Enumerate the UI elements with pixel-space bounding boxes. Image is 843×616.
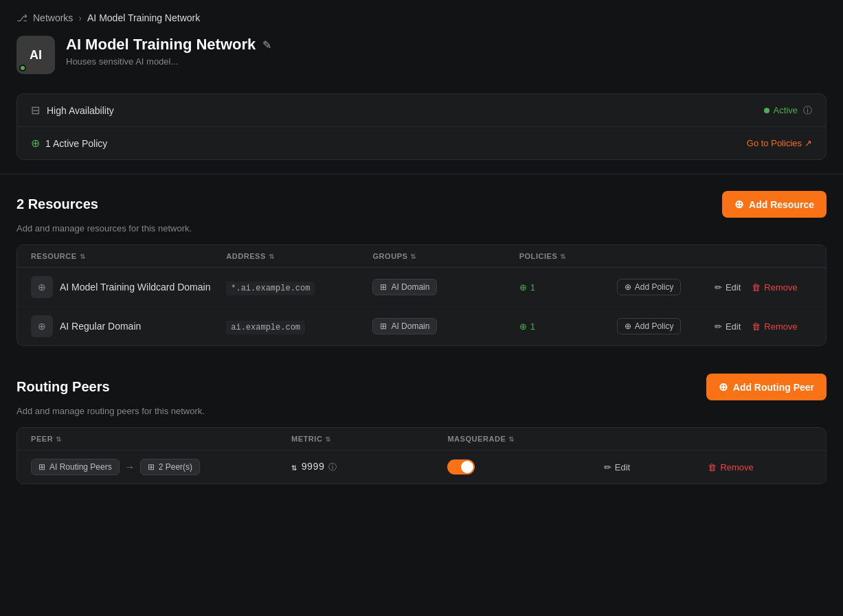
metric-cell-1: ⇅ 9999 ⓘ: [291, 461, 447, 473]
routing-peers-description: Add and manage routing peers for this ne…: [0, 406, 843, 427]
policies-col-header: Policies ⇅: [519, 252, 617, 260]
add-resource-button[interactable]: ⊕ Add Resource: [722, 191, 827, 218]
server-icon: ⊟: [31, 104, 40, 117]
peer-targets-label: 2 Peer(s): [159, 462, 192, 472]
breadcrumb-networks-link[interactable]: Networks: [33, 12, 73, 23]
go-policies-label: Go to Policies: [747, 138, 802, 148]
go-to-policies-link[interactable]: Go to Policies ↗: [747, 138, 812, 148]
add-resource-plus-icon: ⊕: [734, 198, 743, 211]
avatar-initials: AI: [30, 48, 42, 62]
remove-button-1[interactable]: 🗑 Remove: [752, 282, 797, 293]
peer-remove-col-header: [708, 435, 812, 443]
peer-targets-icon: ⊞: [148, 462, 155, 472]
resources-description: Add and manage resources for this networ…: [0, 223, 843, 244]
add-policy-button-1[interactable]: ⊕ Add Policy: [617, 279, 682, 295]
groups-cell-1: ⊞ AI Domain: [372, 279, 519, 295]
remove-label-1: Remove: [764, 282, 797, 293]
peer-col-label: Peer: [31, 435, 53, 443]
avatar: AI: [16, 36, 55, 74]
policies-cell-1: ⊕ 1: [519, 282, 617, 293]
masquerade-sort-icon[interactable]: ⇅: [508, 435, 515, 443]
shield-icon-2: ⊕: [519, 321, 527, 332]
trash-icon-2: 🗑: [752, 321, 761, 332]
edit-icon-1: ✏: [715, 282, 722, 293]
metric-sort-icon[interactable]: ⇅: [325, 435, 331, 443]
network-header: AI AI Model Training Network ✎ Houses se…: [0, 30, 843, 91]
edit-button-1[interactable]: ✏ Edit: [715, 282, 741, 293]
edit-label-1: Edit: [726, 282, 741, 293]
network-title: AI Model Training Network: [66, 36, 256, 54]
shield-icon: ⊕: [31, 137, 40, 150]
globe-icon-2: ⊕: [31, 315, 53, 337]
policy-row: ⊕ 1 Active Policy Go to Policies ↗: [17, 126, 826, 159]
masquerade-toggle[interactable]: [447, 459, 475, 475]
high-availability-row: ⊟ High Availability Active ⓘ: [17, 94, 826, 126]
group-icon-1: ⊞: [380, 282, 387, 292]
add-resource-label: Add Resource: [749, 199, 814, 210]
peer-group-label: AI Routing Peers: [49, 462, 112, 472]
policy-count-1: ⊕ 1: [519, 282, 535, 293]
address-col-label: Address: [226, 252, 266, 260]
add-policy-cell-2: ⊕ Add Policy: [617, 318, 715, 334]
globe-icon-1: ⊕: [31, 276, 53, 298]
add-policy-label-2: Add Policy: [635, 321, 674, 331]
peer-sort-icon[interactable]: ⇅: [56, 435, 62, 443]
resource-col-header: Resource ⇅: [31, 252, 226, 260]
peer-trash-icon: 🗑: [708, 462, 717, 472]
resources-title: 2 Resources: [16, 196, 98, 212]
groups-col-header: Groups ⇅: [372, 252, 519, 260]
address-col-header: Address ⇅: [226, 252, 372, 260]
address-cell-1: *.ai.example.com: [226, 282, 372, 293]
masquerade-col-header: Masquerade ⇅: [447, 435, 603, 443]
remove-label-2: Remove: [764, 321, 797, 332]
metric-info-icon[interactable]: ⓘ: [328, 461, 337, 473]
address-cell-2: ai.example.com: [226, 321, 372, 332]
address-sort-icon[interactable]: ⇅: [269, 253, 275, 260]
resources-section-header: 2 Resources ⊕ Add Resource: [0, 174, 843, 223]
edit-icon-2: ✏: [715, 321, 722, 332]
peer-remove-cell: 🗑 Remove: [708, 461, 812, 472]
add-policy-plus-icon-2: ⊕: [625, 321, 631, 331]
policy-count-value-2: 1: [530, 321, 535, 332]
add-peer-plus-icon: ⊕: [719, 380, 728, 393]
shield-icon-1: ⊕: [519, 282, 527, 293]
edit-button-2[interactable]: ✏ Edit: [715, 321, 741, 332]
resource-name-2: AI Regular Domain: [60, 321, 141, 332]
policy-count-label: 1 Active Policy: [45, 138, 107, 149]
group-label-1: AI Domain: [391, 282, 429, 292]
resource-sort-icon[interactable]: ⇅: [80, 253, 86, 260]
edit-title-icon[interactable]: ✎: [262, 38, 271, 52]
add-routing-peer-button[interactable]: ⊕ Add Routing Peer: [706, 374, 827, 400]
table-row: ⊕ AI Model Training Wildcard Domain *.ai…: [17, 268, 826, 307]
network-description: Houses sensitive AI model...: [66, 56, 827, 67]
routing-peers-section-header: Routing Peers ⊕ Add Routing Peer: [0, 357, 843, 406]
status-dot: [19, 65, 26, 71]
info-icon[interactable]: ⓘ: [803, 104, 812, 117]
peer-group-badge: ⊞ AI Routing Peers: [31, 459, 120, 475]
peer-remove-button[interactable]: 🗑 Remove: [708, 462, 753, 472]
routing-peers-table: Peer ⇅ Metric ⇅ Masquerade ⇅ ⊞ AI Routin…: [16, 427, 827, 484]
actions-cell-1: ✏ Edit 🗑 Remove: [715, 282, 812, 293]
add-policy-label-1: Add Policy: [635, 282, 674, 292]
table-row: ⊕ AI Regular Domain ai.example.com ⊞ AI …: [17, 307, 826, 345]
info-cards: ⊟ High Availability Active ⓘ ⊕ 1 Active …: [16, 93, 827, 160]
groups-sort-icon[interactable]: ⇅: [410, 253, 416, 260]
policies-sort-icon[interactable]: ⇅: [560, 253, 566, 260]
peer-edit-cell: ✏ Edit: [604, 461, 708, 472]
resources-table: Resource ⇅ Address ⇅ Groups ⇅ Policies ⇅…: [16, 244, 827, 346]
groups-col-label: Groups: [372, 252, 407, 260]
breadcrumb-separator: ›: [78, 12, 82, 23]
policies-cell-2: ⊕ 1: [519, 321, 617, 332]
metric-col-label: Metric: [291, 435, 322, 443]
remove-button-2[interactable]: 🗑 Remove: [752, 321, 797, 332]
add-routing-peer-label: Add Routing Peer: [733, 382, 814, 393]
network-info: AI Model Training Network ✎ Houses sensi…: [66, 36, 827, 67]
policies-col-label: Policies: [519, 252, 558, 260]
masquerade-cell-1: [447, 459, 603, 475]
add-policy-button-2[interactable]: ⊕ Add Policy: [617, 318, 682, 334]
peer-edit-label: Edit: [615, 462, 630, 472]
arrow-right-icon: →: [125, 461, 135, 472]
high-availability-label: High Availability: [47, 105, 114, 116]
peer-col-header: Peer ⇅: [31, 435, 291, 443]
peer-edit-button[interactable]: ✏ Edit: [604, 462, 630, 472]
